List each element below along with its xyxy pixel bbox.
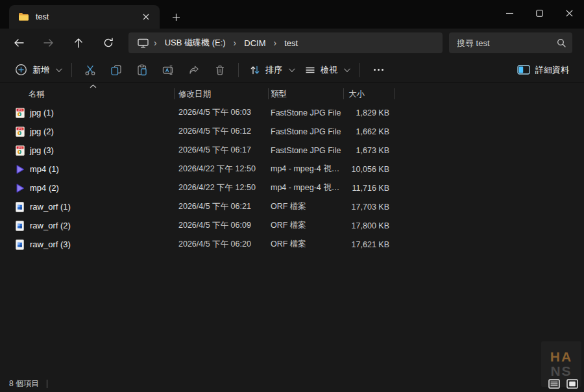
svg-text:JPG: JPG — [18, 127, 22, 130]
column-header-type[interactable]: 類型 — [268, 89, 343, 100]
file-row[interactable]: raw_orf (3)2026/4/5 下午 06:20ORF 檔案17,621… — [0, 235, 584, 254]
file-date: 2026/4/22 下午 12:50 — [174, 164, 268, 175]
breadcrumb-item[interactable]: test — [280, 36, 302, 50]
window-controls — [494, 0, 584, 29]
column-divider[interactable] — [343, 88, 344, 99]
back-button[interactable] — [8, 32, 30, 53]
jpg-file-icon: JPG — [14, 145, 25, 156]
file-row[interactable]: raw_orf (1)2026/4/5 下午 06:21ORF 檔案17,703… — [0, 197, 584, 216]
file-name-cell[interactable]: mp4 (1) — [0, 164, 174, 175]
file-name: mp4 (1) — [30, 164, 59, 174]
file-type: FastStone JPG File — [268, 108, 343, 117]
tab-title: test — [36, 12, 139, 21]
scissors-icon — [84, 64, 96, 76]
file-name-cell[interactable]: raw_orf (2) — [0, 220, 174, 231]
maximize-button[interactable] — [524, 0, 554, 26]
file-row[interactable]: JPGjpg (2)2026/4/5 下午 06:12FastStone JPG… — [0, 122, 584, 141]
file-name-cell[interactable]: mp4 (2) — [0, 182, 174, 193]
status-bar: 8 個項目 — [0, 375, 584, 392]
file-size: 1,829 KB — [343, 108, 395, 117]
file-name-cell[interactable]: raw_orf (3) — [0, 239, 174, 250]
cut-button[interactable] — [77, 60, 103, 80]
delete-button[interactable] — [207, 60, 233, 80]
tab-close-icon[interactable] — [139, 10, 153, 24]
file-name: raw_orf (3) — [30, 239, 71, 249]
details-view-toggle[interactable] — [546, 377, 562, 390]
view-lines-icon — [305, 66, 315, 75]
column-header-size[interactable]: 大小 — [343, 89, 395, 100]
file-name-cell[interactable]: JPGjpg (3) — [0, 145, 174, 156]
file-size: 17,703 KB — [343, 202, 395, 212]
paste-button[interactable] — [129, 60, 155, 80]
file-type: ORF 檔案 — [268, 201, 343, 212]
orf-file-icon — [14, 201, 25, 212]
breadcrumb-chevron-icon[interactable]: › — [150, 38, 161, 48]
file-type: ORF 檔案 — [268, 220, 343, 231]
column-divider[interactable] — [395, 88, 395, 99]
refresh-button[interactable] — [97, 32, 119, 53]
more-options-button[interactable] — [365, 60, 391, 80]
file-name: jpg (3) — [30, 145, 54, 155]
file-name-cell[interactable]: raw_orf (1) — [0, 201, 174, 212]
file-row[interactable]: JPGjpg (3)2026/4/5 下午 06:17FastStone JPG… — [0, 141, 584, 160]
file-name-cell[interactable]: JPGjpg (2) — [0, 126, 174, 137]
new-tab-button[interactable] — [166, 7, 186, 27]
rename-icon — [162, 64, 175, 76]
file-type: FastStone JPG File — [268, 127, 343, 136]
thumbnail-view-icon — [566, 379, 578, 389]
breadcrumb-item[interactable]: DCIM — [240, 36, 269, 50]
chevron-down-icon — [289, 66, 295, 72]
breadcrumb-chevron-icon[interactable]: › — [230, 38, 241, 48]
close-button[interactable] — [554, 0, 584, 26]
file-row[interactable]: mp4 (2)2026/4/22 下午 12:50mp4 - mpeg-4 視…… — [0, 178, 584, 197]
forward-button[interactable] — [38, 32, 60, 53]
details-pane-icon — [517, 65, 530, 75]
minimize-button[interactable] — [494, 0, 524, 26]
search-box[interactable] — [449, 32, 572, 53]
view-button[interactable]: 檢視 — [299, 60, 354, 80]
share-button[interactable] — [181, 60, 207, 80]
file-size: 10,056 KB — [343, 165, 395, 174]
mp4-file-icon — [14, 182, 25, 193]
file-row[interactable]: mp4 (1)2026/4/22 下午 12:50mp4 - mpeg-4 視…… — [0, 160, 584, 178]
new-button[interactable]: 新增 — [9, 60, 66, 80]
copy-button[interactable] — [103, 60, 129, 80]
column-divider[interactable] — [268, 88, 269, 99]
column-header-name[interactable]: 名稱 — [0, 89, 174, 100]
thumbnail-view-toggle[interactable] — [565, 377, 580, 390]
sort-arrows-icon — [250, 65, 260, 75]
file-type: mp4 - mpeg-4 視… — [268, 164, 343, 175]
chevron-down-icon — [344, 66, 350, 72]
file-date: 2026/4/5 下午 06:17 — [174, 145, 268, 156]
this-pc-icon[interactable] — [138, 38, 149, 48]
file-date: 2026/4/5 下午 06:21 — [174, 201, 268, 212]
column-divider[interactable] — [174, 88, 175, 99]
explorer-tab[interactable]: test — [9, 5, 160, 29]
breadcrumb-chevron-icon[interactable]: › — [269, 38, 280, 48]
breadcrumb-item[interactable]: USB 磁碟機 (E:) — [161, 35, 230, 51]
file-name-cell[interactable]: JPGjpg (1) — [0, 107, 174, 118]
file-size: 17,800 KB — [343, 221, 395, 230]
details-view-icon — [548, 379, 560, 389]
navigation-bar: ›USB 磁碟機 (E:)›DCIM›test — [0, 29, 584, 57]
column-header-row: 名稱 修改日期 類型 大小 — [0, 85, 584, 103]
rename-button[interactable] — [155, 60, 181, 80]
search-icon[interactable] — [557, 38, 566, 47]
up-button[interactable] — [67, 32, 90, 53]
column-header-date[interactable]: 修改日期 — [174, 89, 268, 100]
item-count: 8 個項目 — [9, 378, 39, 389]
file-date: 2026/4/22 下午 12:50 — [174, 182, 268, 193]
file-name: jpg (1) — [30, 108, 54, 117]
search-input[interactable] — [457, 38, 557, 48]
file-row[interactable]: raw_orf (2)2026/4/5 下午 06:09ORF 檔案17,800… — [0, 216, 584, 235]
details-pane-button[interactable]: 詳細資料 — [511, 60, 575, 80]
toolbar-divider — [238, 63, 239, 77]
file-name: mp4 (2) — [30, 183, 59, 193]
sort-button[interactable]: 排序 — [244, 60, 299, 80]
file-date: 2026/4/5 下午 06:12 — [174, 126, 268, 137]
mp4-file-icon — [14, 164, 25, 175]
file-row[interactable]: JPGjpg (1)2026/4/5 下午 06:03FastStone JPG… — [0, 103, 584, 122]
file-size: 1,673 KB — [343, 146, 395, 155]
sort-ascending-caret-icon — [90, 84, 97, 88]
jpg-file-icon: JPG — [14, 126, 25, 137]
